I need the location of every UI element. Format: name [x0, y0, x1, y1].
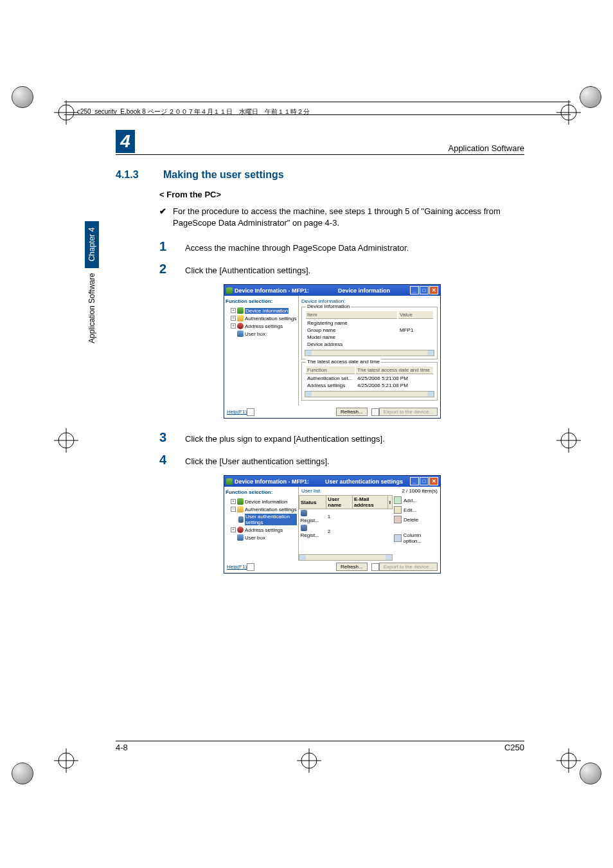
minimize-button[interactable]: _	[410, 286, 419, 294]
check-icon: ✔	[159, 206, 166, 229]
user-icon	[238, 516, 244, 523]
running-title: Application Software	[448, 143, 524, 153]
device-icon	[237, 498, 244, 505]
tree-authentication-settings[interactable]: +Authentication settings	[226, 314, 297, 322]
subheading: < From the PC>	[159, 190, 524, 199]
registration-mark-icon	[556, 748, 581, 773]
registration-mark-icon	[54, 428, 78, 453]
maximize-button[interactable]: □	[420, 477, 429, 485]
help-link[interactable]: Help(F1)	[227, 409, 247, 415]
bullet-text: For the procedure to access the machine,…	[173, 206, 524, 229]
help-link[interactable]: Help(F1)	[227, 564, 247, 570]
table-row[interactable]: Regist...1	[299, 509, 393, 525]
step-text: Access the machine through PageScope Dat…	[185, 243, 409, 253]
crop-corner	[580, 763, 601, 784]
col-username[interactable]: User name	[326, 496, 353, 509]
step-text: Click the [Authentication settings].	[185, 266, 310, 275]
tree-address-settings[interactable]: +Address settings	[226, 526, 297, 534]
export-button: Export to the device...	[379, 563, 438, 571]
user-auth-window: Device Information - MFP1: User authenti…	[224, 475, 441, 574]
col-email[interactable]: E-Mail address	[353, 496, 388, 509]
column-option-button[interactable]: Column option...	[394, 532, 439, 544]
col-function[interactable]: Function	[306, 366, 355, 374]
group-legend: Device information	[306, 303, 351, 309]
cell: 4/25/2006 5:21:08 PM	[356, 375, 433, 381]
expand-icon[interactable]: +	[231, 499, 236, 504]
device-icon	[237, 307, 244, 314]
column-icon	[394, 534, 402, 542]
refresh-icon[interactable]	[247, 563, 254, 571]
cell: Group name	[306, 327, 397, 333]
box-icon	[237, 330, 244, 337]
registration-mark-icon	[54, 100, 78, 125]
window-title-center: Device information	[318, 287, 410, 294]
step-text: Click the [User authentication settings]…	[185, 457, 330, 466]
window-titlebar[interactable]: Device Information - MFP1: Device inform…	[224, 285, 440, 296]
delete-button[interactable]: Delete	[394, 516, 439, 523]
table-row[interactable]: Regist...2	[299, 524, 393, 539]
device-info-group: Device information ItemValue Registering…	[301, 307, 438, 359]
horizontal-scrollbar[interactable]	[305, 350, 434, 356]
box-icon	[237, 534, 244, 541]
cell: Model name	[306, 334, 397, 340]
refresh-icon[interactable]	[247, 408, 254, 416]
export-icon	[371, 408, 379, 416]
app-icon	[226, 478, 233, 485]
nav-pane-title: Function selection:	[226, 489, 297, 495]
expand-icon[interactable]: +	[231, 308, 236, 313]
window-title-left: Device Information - MFP1:	[235, 478, 309, 485]
maximize-button[interactable]: □	[420, 286, 429, 294]
close-button[interactable]: ✕	[429, 286, 438, 294]
col-value[interactable]: Value	[398, 311, 433, 319]
tree-device-information[interactable]: +Device information	[226, 498, 297, 505]
nav-pane-title: Function selection:	[226, 298, 297, 304]
tree-device-information[interactable]: +Device information	[226, 307, 297, 314]
registration-mark-icon	[556, 428, 581, 453]
section-number: 4.1.3	[116, 169, 148, 181]
group-legend: The latest access date and time	[306, 359, 381, 365]
user-icon	[301, 510, 307, 516]
export-icon	[371, 563, 379, 571]
col-num[interactable]: I	[387, 496, 392, 509]
window-titlebar[interactable]: Device Information - MFP1: User authenti…	[224, 476, 440, 487]
expand-icon[interactable]: +	[231, 316, 236, 321]
window-title-left: Device Information - MFP1:	[235, 287, 309, 294]
cell: 4/25/2006 5:21:08 PM	[356, 383, 433, 388]
chapter-number-badge: 4	[116, 130, 135, 153]
horizontal-scrollbar[interactable]	[305, 391, 434, 397]
latest-access-group: The latest access date and time Function…	[301, 362, 438, 401]
col-item[interactable]: Item	[306, 311, 397, 319]
tree-user-box[interactable]: User box	[226, 534, 297, 541]
tree-user-box[interactable]: User box	[226, 330, 297, 338]
step-number: 1	[159, 239, 171, 254]
user-list-count: 2 / 1000 item(s)	[402, 488, 438, 494]
device-info-window: Device Information - MFP1: Device inform…	[224, 284, 441, 419]
cell: Device address	[306, 341, 397, 347]
expand-icon[interactable]: +	[231, 323, 236, 329]
collapse-icon[interactable]: −	[231, 507, 236, 512]
add-button[interactable]: Add...	[394, 496, 439, 504]
refresh-button[interactable]: Refresh...	[336, 408, 368, 416]
tree-user-authentication-settings[interactable]: User authentication settings	[226, 513, 297, 526]
page-number: 4-8	[116, 743, 128, 752]
edit-button[interactable]: Edit...	[394, 506, 439, 514]
registration-mark-icon	[556, 100, 581, 125]
address-icon	[237, 323, 244, 329]
col-status[interactable]: Status	[299, 496, 326, 509]
refresh-button[interactable]: Refresh...	[336, 563, 368, 571]
tree-address-settings[interactable]: +Address settings	[226, 322, 297, 330]
step-number: 4	[159, 453, 171, 467]
app-icon	[226, 287, 233, 294]
user-list-label: User list:	[301, 488, 321, 494]
edit-icon	[394, 506, 402, 514]
tree-authentication-settings[interactable]: −Authentication settings	[226, 505, 297, 513]
horizontal-scrollbar[interactable]	[299, 554, 393, 561]
crop-line	[64, 102, 571, 102]
col-date[interactable]: The latest access date and time	[356, 366, 433, 374]
step-text: Click the plus sign to expand [Authentic…	[185, 434, 385, 444]
expand-icon[interactable]: +	[231, 527, 236, 532]
minimize-button[interactable]: _	[410, 477, 419, 485]
registration-mark-icon	[54, 748, 78, 773]
close-button[interactable]: ✕	[429, 477, 438, 485]
add-icon	[394, 496, 402, 504]
